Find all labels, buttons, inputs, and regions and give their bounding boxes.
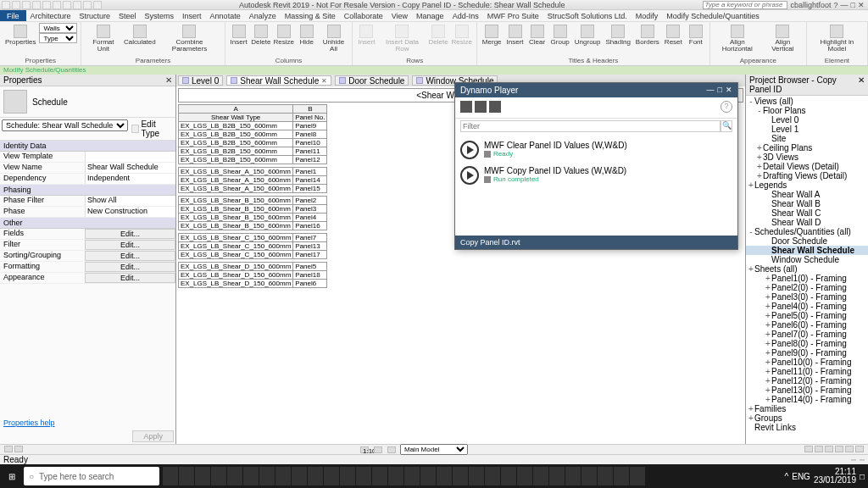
expand-icon[interactable]: + [765, 330, 771, 339]
tree-item[interactable]: +Ceiling Plans [746, 143, 868, 152]
ribbon-btn-reset[interactable]: Reset [663, 23, 684, 47]
expand-icon[interactable]: - [748, 97, 754, 106]
taskbar-app[interactable] [388, 467, 403, 485]
type-select[interactable]: Type [39, 33, 77, 43]
tree-item[interactable]: -Floor Plans [746, 106, 868, 115]
view-tab[interactable]: Door Schedule [335, 75, 409, 86]
edit-button[interactable]: Edit... [85, 262, 175, 272]
vc-icon[interactable] [804, 446, 813, 452]
taskbar-app[interactable] [259, 467, 275, 485]
expand-icon[interactable]: + [756, 152, 763, 162]
expand-icon[interactable]: - [748, 227, 754, 236]
tree-item[interactable]: Shear Wall A [746, 190, 868, 199]
taskbar-app[interactable] [292, 467, 307, 485]
edit-button[interactable]: Edit... [85, 251, 175, 261]
taskbar-app[interactable] [437, 467, 452, 485]
expand-icon[interactable]: - [756, 106, 763, 115]
taskbar-app[interactable] [549, 467, 565, 485]
minimize-icon[interactable]: — [841, 1, 849, 9]
lang-indicator[interactable]: ENG [792, 472, 810, 481]
sb-icon[interactable] [860, 459, 865, 461]
refresh-icon[interactable] [489, 101, 501, 113]
tree-item[interactable]: Shear Wall D [746, 218, 868, 227]
taskbar-app[interactable] [598, 467, 613, 485]
ribbon-btn-hide[interactable]: Hide [297, 23, 317, 47]
ribbon-btn-highlightinmodel[interactable]: Highlight in Model [810, 23, 864, 54]
taskbar-app[interactable] [469, 467, 484, 485]
play-button[interactable] [460, 166, 479, 185]
tree-item[interactable]: +Detail Views (Detail) [746, 162, 868, 171]
close-icon[interactable]: ✕ [858, 1, 865, 9]
taskbar-app[interactable] [275, 467, 291, 485]
table-row[interactable]: EX_LGS_LB_B2B_150_600mmPanel8 [179, 130, 327, 139]
close-icon[interactable]: ✕ [321, 77, 327, 85]
vc-icon[interactable] [14, 446, 23, 452]
properties-button[interactable]: Properties [3, 23, 37, 47]
taskbar-app[interactable] [340, 467, 355, 485]
table-row[interactable]: EX_LGS_LB_Shear_B_150_600mmPanel2 [179, 197, 327, 205]
table-row[interactable]: EX_LGS_LB_Shear_D_150_600mmPanel5 [179, 263, 327, 271]
taskbar-app[interactable] [227, 467, 242, 485]
table-row[interactable]: EX_LGS_LB_B2B_150_600mmPanel10 [179, 139, 327, 147]
tree-item[interactable]: Door Schedule [746, 236, 868, 246]
taskbar-app[interactable] [356, 467, 371, 485]
menu-systems[interactable]: Systems [141, 12, 179, 20]
table-row[interactable]: EX_LGS_LB_Shear_C_150_600mmPanel7 [179, 234, 327, 242]
expand-icon[interactable]: + [765, 348, 771, 358]
ribbon-btn-merge[interactable]: Merge [481, 23, 504, 47]
taskbar-app[interactable] [179, 467, 194, 485]
prop-value[interactable]: Shear Wall Schedule [85, 163, 175, 173]
close-icon[interactable]: ✕ [165, 75, 172, 85]
table-row[interactable]: EX_LGS_LB_B2B_150_600mmPanel11 [179, 147, 327, 156]
taskbar-search[interactable]: ○Type here to search [24, 467, 159, 485]
tree-item[interactable]: +Panel10(0) - Framing [746, 358, 868, 367]
tree-item[interactable]: Shear Wall B [746, 199, 868, 208]
vc-icon[interactable] [845, 446, 854, 452]
prop-value[interactable]: New Construction [85, 207, 175, 217]
tree-item[interactable]: +Sheets (all) [746, 264, 868, 274]
expand-icon[interactable]: + [765, 339, 771, 348]
tree-item[interactable]: Shear Wall C [746, 208, 868, 218]
main-model-select[interactable]: Main Model [400, 444, 468, 455]
qat-icon[interactable] [32, 1, 41, 9]
menu-view[interactable]: View [387, 12, 412, 20]
tree-item[interactable]: -Schedules/Quantities (all) [746, 227, 868, 236]
ribbon-btn-alignvertical[interactable]: Align Vertical [763, 23, 803, 54]
vc-icon[interactable] [374, 446, 382, 453]
qat-icon[interactable] [83, 1, 92, 9]
close-icon[interactable]: ✕ [726, 86, 732, 95]
taskbar-app[interactable] [614, 467, 629, 485]
tree-item[interactable]: +Legends [746, 180, 868, 190]
tree-item[interactable]: -Views (all) [746, 97, 868, 106]
qat-icon[interactable] [22, 1, 31, 9]
ribbon-btn-insert[interactable]: Insert [505, 23, 526, 47]
tree-item[interactable]: Revit Links [746, 423, 868, 432]
expand-icon[interactable]: + [748, 264, 754, 274]
table-row[interactable]: EX_LGS_LB_Shear_D_150_600mmPanel18 [179, 271, 327, 280]
file-menu[interactable]: File [0, 10, 26, 21]
menu-modify[interactable]: Modify [632, 12, 663, 20]
user-name[interactable]: cballightfoot [791, 1, 832, 9]
ribbon-btn-group[interactable]: Group [549, 23, 571, 47]
menu-structure[interactable]: Structure [75, 12, 115, 20]
expand-icon[interactable]: + [748, 180, 754, 190]
sb-icon[interactable] [851, 459, 856, 461]
taskbar-app[interactable] [211, 467, 226, 485]
tree-item[interactable]: Shear Wall Schedule [746, 246, 868, 255]
tree-item[interactable]: +Panel3(0) - Framing [746, 292, 868, 302]
tree-item[interactable]: Window Schedule [746, 255, 868, 264]
taskbar-app[interactable] [163, 467, 178, 485]
table-row[interactable]: EX_LGS_LB_Shear_A_150_600mmPanel14 [179, 176, 327, 185]
table-row[interactable]: EX_LGS_LB_B2B_150_600mmPanel9 [179, 122, 327, 130]
vc-icon[interactable] [387, 446, 396, 453]
menu-manage[interactable]: Manage [412, 12, 448, 20]
taskbar-app[interactable] [404, 467, 420, 485]
expand-icon[interactable]: + [756, 162, 763, 171]
search-icon[interactable]: 🔍 [721, 120, 732, 132]
help-search-input[interactable] [703, 1, 787, 9]
taskbar-app[interactable] [420, 467, 436, 485]
tree-item[interactable]: +3D Views [746, 152, 868, 162]
vc-icon[interactable] [855, 446, 864, 452]
table-row[interactable]: EX_LGS_LB_Shear_B_150_600mmPanel3 [179, 205, 327, 214]
tree-item[interactable]: +Panel4(0) - Framing [746, 302, 868, 311]
